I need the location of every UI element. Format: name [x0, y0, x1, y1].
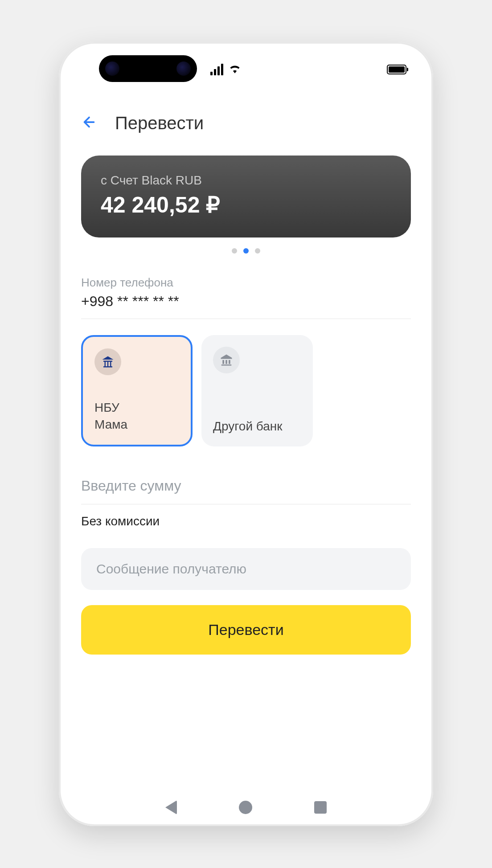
back-arrow-icon[interactable]: [81, 114, 97, 133]
bank-generic-icon: [213, 347, 240, 373]
status-bar: [59, 61, 433, 78]
phone-field[interactable]: Номер телефона +998 ** *** ** **: [81, 276, 411, 319]
phone-value: +998 ** *** ** **: [81, 293, 411, 319]
dot-active[interactable]: [243, 248, 249, 254]
message-input[interactable]: Сообщение получателю: [81, 548, 411, 590]
amount-input[interactable]: Введите сумму: [81, 478, 411, 504]
source-account-card[interactable]: с Счет Black RUB 42 240,52 ₽: [81, 156, 411, 237]
signal-icon: [210, 64, 223, 75]
commission-text: Без комиссии: [81, 514, 411, 528]
page-title: Перевести: [115, 113, 204, 133]
header: Перевести: [81, 100, 411, 156]
account-label: с Счет Black RUB: [101, 173, 391, 188]
account-balance: 42 240,52 ₽: [101, 192, 391, 218]
transfer-button[interactable]: Перевести: [81, 605, 411, 655]
phone-label: Номер телефона: [81, 276, 411, 290]
nav-recent-icon[interactable]: [314, 801, 327, 814]
bank-other-label: Другой банк: [213, 418, 301, 435]
dot[interactable]: [232, 248, 237, 254]
phone-frame: Перевести с Счет Black RUB 42 240,52 ₽ Н…: [59, 42, 433, 826]
nav-back-icon[interactable]: [165, 800, 177, 815]
bank-option-selected[interactable]: НБУ Мама: [81, 335, 193, 446]
nav-home-icon[interactable]: [239, 801, 252, 814]
dot[interactable]: [255, 248, 260, 254]
bank-contact: Мама: [94, 416, 179, 433]
bank-name: НБУ: [94, 399, 179, 416]
bank-selector: НБУ Мама Другой банк: [81, 335, 411, 446]
android-nav-bar: [59, 800, 433, 815]
bank-option-other[interactable]: Другой банк: [201, 335, 313, 446]
battery-icon: [387, 65, 406, 74]
carousel-dots: [81, 248, 411, 254]
wifi-icon: [229, 62, 241, 77]
bank-building-icon: [94, 348, 121, 375]
